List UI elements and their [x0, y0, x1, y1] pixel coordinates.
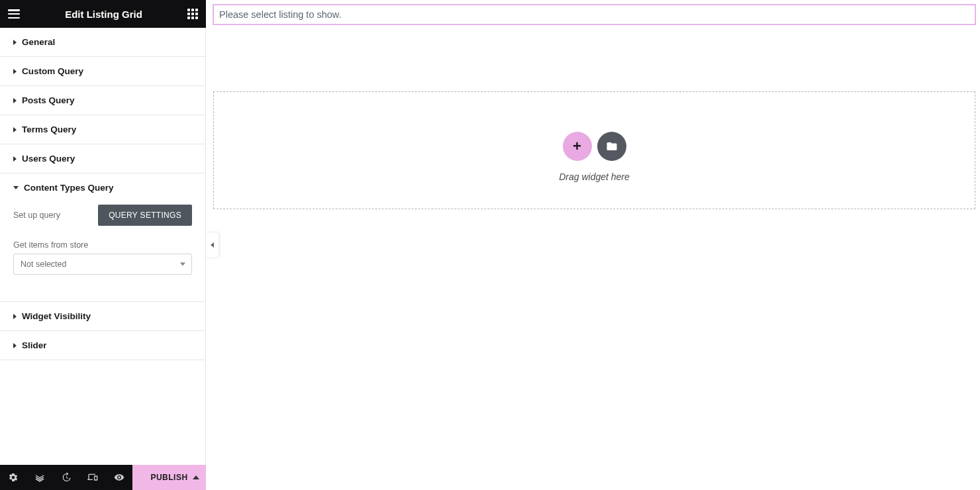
section-content-types-query-header[interactable]: Content Types Query	[0, 173, 205, 202]
add-section-button[interactable]: +	[563, 132, 592, 161]
chevron-up-icon	[193, 475, 199, 479]
section-label: Users Query	[22, 154, 75, 164]
caret-right-icon	[13, 343, 17, 348]
sidebar-title: Edit Listing Grid	[20, 9, 187, 20]
empty-section-dropzone[interactable]: + Drag widget here	[213, 91, 975, 209]
editor-canvas[interactable]: Please select listing to show. + Drag wi…	[206, 0, 980, 490]
store-select[interactable]: Not selected	[13, 254, 192, 275]
caret-right-icon	[13, 98, 17, 103]
section-custom-query[interactable]: Custom Query	[0, 57, 205, 86]
section-label: Content Types Query	[24, 183, 114, 193]
publish-button[interactable]: PUBLISH	[132, 465, 206, 490]
collapse-sidebar-handle[interactable]	[206, 232, 219, 258]
sidebar-panel: General Custom Query Posts Query Terms Q…	[0, 28, 206, 465]
publish-label: PUBLISH	[150, 473, 187, 482]
section-label: Slider	[22, 340, 47, 350]
navigator-button[interactable]	[26, 465, 53, 490]
listing-notice: Please select listing to show.	[213, 4, 976, 25]
caret-right-icon	[13, 40, 17, 45]
menu-icon[interactable]	[8, 9, 20, 19]
section-slider[interactable]: Slider	[0, 331, 205, 360]
eye-icon	[114, 472, 124, 483]
plus-icon: +	[573, 139, 581, 154]
section-label: Widget Visibility	[22, 311, 91, 321]
section-posts-query[interactable]: Posts Query	[0, 86, 205, 115]
store-field-label: Get items from store	[13, 240, 192, 250]
section-content-types-query: Content Types Query Set up query QUERY S…	[0, 173, 205, 301]
devices-icon	[87, 472, 98, 483]
publish-options-toggle[interactable]	[193, 465, 199, 490]
section-general[interactable]: General	[0, 28, 205, 57]
sidebar-header: Edit Listing Grid	[0, 0, 206, 28]
editor-sidebar: Edit Listing Grid General Custom Query P…	[0, 0, 206, 490]
responsive-button[interactable]	[79, 465, 106, 490]
preview-button[interactable]	[106, 465, 132, 490]
section-widget-visibility[interactable]: Widget Visibility	[0, 301, 205, 331]
setup-query-label: Set up query	[13, 211, 60, 220]
settings-button[interactable]	[0, 465, 26, 490]
history-button[interactable]	[53, 465, 79, 490]
section-label: Custom Query	[22, 66, 83, 76]
folder-icon	[606, 140, 618, 152]
section-users-query[interactable]: Users Query	[0, 144, 205, 173]
gear-icon	[8, 472, 19, 483]
layers-icon	[34, 472, 45, 483]
section-label: Terms Query	[22, 124, 76, 134]
caret-right-icon	[13, 156, 17, 162]
caret-down-icon	[13, 186, 19, 189]
section-label: General	[22, 37, 55, 47]
caret-right-icon	[13, 314, 17, 319]
history-icon	[61, 472, 72, 483]
content-types-query-body: Set up query QUERY SETTINGS Get items fr…	[0, 202, 205, 301]
section-label: Posts Query	[22, 95, 75, 105]
caret-right-icon	[13, 69, 17, 74]
caret-right-icon	[13, 127, 17, 132]
widgets-grid-icon[interactable]	[187, 9, 198, 19]
sidebar-footer: PUBLISH	[0, 465, 206, 490]
drag-widget-hint: Drag widget here	[559, 172, 630, 182]
section-terms-query[interactable]: Terms Query	[0, 115, 205, 144]
add-template-button[interactable]	[597, 132, 626, 161]
query-settings-button[interactable]: QUERY SETTINGS	[98, 205, 192, 226]
chevron-left-icon	[211, 242, 214, 248]
